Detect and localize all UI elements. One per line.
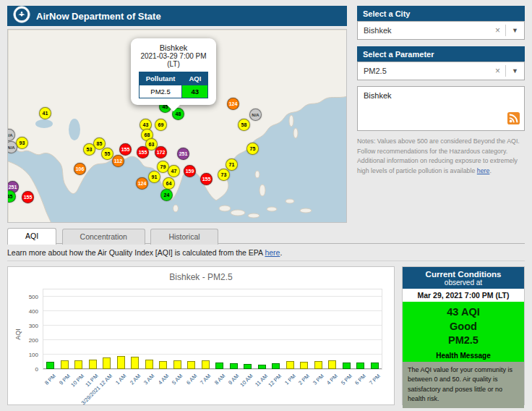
parameter-select[interactable]: PM2.5 × ▼	[357, 62, 525, 80]
x-tick-label: 8 AM	[213, 373, 226, 386]
aqi-marker[interactable]: 155	[22, 191, 34, 203]
x-tick-label: 1 AM	[114, 373, 127, 386]
notes-here-link[interactable]: here	[477, 167, 490, 174]
select-city-header: Select a City	[357, 6, 525, 21]
observed-datetime: Mar 29, 2021 7:00 PM (LT)	[403, 289, 524, 302]
chart-bar[interactable]	[187, 361, 195, 369]
aqi-marker[interactable]: 75	[246, 143, 259, 155]
aqi-marker[interactable]: 172	[155, 146, 167, 158]
chart-bar[interactable]	[61, 360, 69, 369]
x-tick-label: 3 PM	[312, 373, 325, 386]
aqi-marker[interactable]: 91	[148, 171, 160, 183]
chart-bar[interactable]	[173, 360, 181, 369]
health-message-text: The AQI value for your community is betw…	[403, 362, 524, 408]
aqi-marker[interactable]: 53	[83, 143, 95, 156]
tab-aqi[interactable]: AQI	[7, 228, 56, 245]
app-header: AirNow Department of State	[7, 6, 347, 26]
gridline	[43, 325, 382, 326]
aqi-marker[interactable]: 58	[238, 119, 250, 131]
rss-icon[interactable]	[507, 112, 520, 126]
tab-concentration[interactable]: Concentration	[62, 229, 145, 245]
aqi-marker[interactable]: 106	[74, 163, 86, 175]
aqi-marker[interactable]: 124	[227, 98, 239, 110]
popup-table: Pollutant AQI PM2.5 43	[139, 72, 209, 98]
city-select-value: Bishkek	[364, 26, 392, 35]
popup-lt: (LT)	[134, 60, 213, 68]
aqi-marker[interactable]: 24	[160, 189, 173, 201]
chart-bar[interactable]	[371, 363, 379, 369]
aqi-marker[interactable]: 155	[137, 146, 149, 158]
chart-bar[interactable]	[356, 363, 364, 369]
aqi-marker[interactable]: 159	[184, 165, 196, 177]
chart-bar[interactable]	[89, 360, 97, 369]
city-chevron-down-icon[interactable]: ▼	[506, 27, 524, 34]
chart-bar[interactable]	[328, 360, 336, 369]
chart-y-axis-label: AQI	[14, 313, 22, 356]
chart-bar[interactable]	[272, 363, 280, 369]
aqi-marker[interactable]: 251	[177, 148, 189, 160]
aqi-map[interactable]: 4193N/AN/A251451558553106112551554345486…	[7, 29, 347, 223]
chart-bar[interactable]	[74, 360, 82, 369]
y-tick-label: 400	[29, 308, 38, 315]
aqi-marker[interactable]: 155	[119, 143, 132, 156]
aqi-marker[interactable]: 71	[226, 158, 238, 171]
current-conditions-title: Current Conditions	[404, 270, 523, 279]
section-divider	[7, 260, 525, 261]
chart-bar[interactable]	[117, 356, 125, 369]
chart-bar[interactable]	[230, 363, 238, 369]
chart-bar[interactable]	[244, 364, 252, 369]
gridline	[43, 310, 382, 311]
x-tick-label: 5 AM	[171, 373, 184, 386]
x-tick-label: 4 AM	[157, 373, 170, 386]
aqi-marker[interactable]: 55	[101, 148, 113, 160]
popup-datetime: 2021-03-29 7:00 PM	[134, 52, 213, 60]
current-conditions-panel: Current Conditions observed at Mar 29, 2…	[402, 266, 525, 405]
chart-bar[interactable]	[145, 360, 153, 369]
chart-bar[interactable]	[300, 362, 308, 369]
chart-bar[interactable]	[258, 365, 266, 369]
chart-bar[interactable]	[46, 362, 54, 369]
parameter-chevron-down-icon[interactable]: ▼	[506, 67, 524, 75]
notes-suffix: .	[489, 167, 491, 174]
x-tick-label: 5 PM	[340, 373, 353, 386]
aqi-marker[interactable]: 64	[163, 177, 175, 190]
y-tick-label: 500	[29, 294, 38, 300]
learn-more-here-link[interactable]: here	[265, 248, 280, 257]
city-clear-icon[interactable]: ×	[490, 25, 505, 35]
chart-bar[interactable]	[286, 361, 294, 369]
chart-bar[interactable]	[343, 363, 351, 369]
aqi-marker[interactable]: 155	[200, 173, 213, 185]
x-tick-label: 9 PM	[58, 373, 72, 386]
aqi-marker[interactable]: 93	[16, 137, 28, 149]
chart-bar[interactable]	[103, 357, 111, 369]
city-text-box[interactable]: Bishkek	[357, 86, 525, 131]
city-select[interactable]: Bishkek × ▼	[357, 21, 525, 40]
aqi-marker[interactable]: 47	[168, 165, 180, 177]
x-tick-label: 7 PM	[368, 373, 382, 386]
chart-bar[interactable]	[202, 360, 210, 369]
notes-text: Notes: Values above 500 are considered B…	[357, 137, 525, 177]
parameter-clear-icon[interactable]: ×	[490, 66, 505, 76]
x-tick-label: 6 AM	[185, 373, 198, 386]
select-parameter-header: Select a Parameter	[357, 46, 525, 62]
map-popup[interactable]: Bishkek 2021-03-29 7:00 PM (LT) Pollutan…	[131, 38, 216, 105]
aqi-marker[interactable]: N/A	[249, 109, 262, 121]
aqi-marker[interactable]: 124	[136, 177, 148, 190]
notes-prefix: Notes: Values above 500 are considered B…	[357, 137, 520, 174]
aqi-marker[interactable]: 69	[155, 119, 167, 131]
chart-bar[interactable]	[215, 363, 223, 369]
tab-historical[interactable]: Historical	[150, 229, 218, 245]
aqi-marker[interactable]: 73	[218, 169, 230, 181]
popup-pollutant: PM2.5	[139, 85, 182, 98]
chart-bar[interactable]	[159, 361, 167, 369]
aqi-value: 43 AQI	[403, 305, 524, 320]
x-tick-label: 10 AM	[239, 373, 254, 388]
aqi-marker[interactable]: 41	[39, 107, 51, 119]
aqi-marker[interactable]: 112	[112, 155, 124, 167]
x-tick-label: 10 PM	[69, 373, 85, 389]
learn-more-prefix: Learn more about how the Air Quality Ind…	[7, 248, 265, 257]
app-title: AirNow Department of State	[36, 11, 161, 22]
dos-seal-icon	[13, 6, 30, 26]
chart-bar[interactable]	[131, 357, 139, 369]
chart-bar[interactable]	[314, 361, 322, 369]
